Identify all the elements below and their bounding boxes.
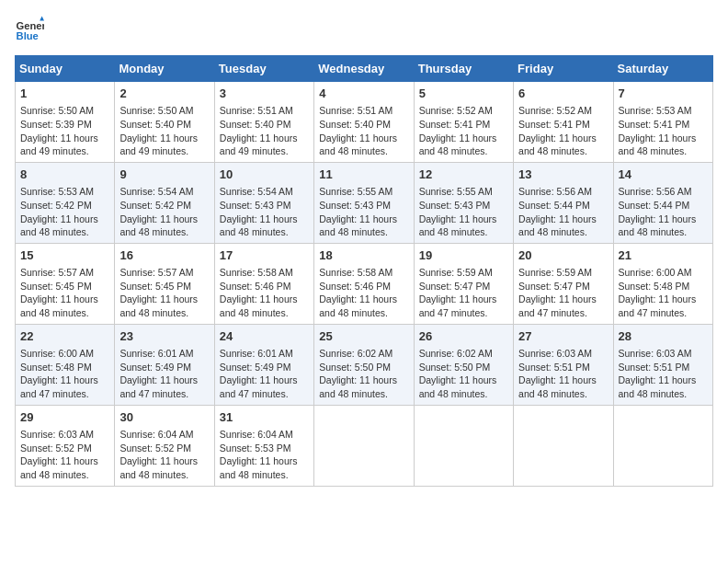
calendar-week-row: 1Sunrise: 5:50 AMSunset: 5:39 PMDaylight… [16,82,713,163]
calendar-cell: 20Sunrise: 5:59 AMSunset: 5:47 PMDayligh… [514,243,613,324]
day-info: and 48 minutes. [319,144,408,158]
day-info: Sunrise: 5:58 AM [220,266,309,280]
svg-text:Blue: Blue [17,30,39,41]
calendar-cell: 10Sunrise: 5:54 AMSunset: 5:43 PMDayligh… [214,162,313,243]
day-info: Sunrise: 6:01 AM [119,347,209,361]
day-info: Sunrise: 5:50 AM [119,104,209,118]
day-info: Sunrise: 5:56 AM [619,185,708,199]
calendar-cell: 31Sunrise: 6:04 AMSunset: 5:53 PMDayligh… [214,405,313,486]
calendar-cell: 16Sunrise: 5:57 AMSunset: 5:45 PMDayligh… [115,243,214,324]
calendar-cell: 3Sunrise: 5:51 AMSunset: 5:40 PMDaylight… [214,82,313,163]
day-header-thursday: Thursday [414,56,513,82]
day-info: and 47 minutes. [518,306,608,320]
day-info: Sunrise: 6:04 AM [119,428,209,442]
calendar-week-row: 29Sunrise: 6:03 AMSunset: 5:52 PMDayligh… [16,405,713,486]
calendar-cell: 1Sunrise: 5:50 AMSunset: 5:39 PMDaylight… [16,82,115,163]
calendar-week-row: 15Sunrise: 5:57 AMSunset: 5:45 PMDayligh… [16,243,713,324]
day-number: 24 [220,328,309,345]
calendar-cell: 7Sunrise: 5:53 AMSunset: 5:41 PMDaylight… [613,82,712,163]
day-info: Sunset: 5:46 PM [319,280,408,293]
day-info: Daylight: 11 hours [619,373,708,387]
day-info: Daylight: 11 hours [419,132,508,145]
day-info: Sunset: 5:45 PM [20,280,109,293]
day-info: Daylight: 11 hours [20,132,109,145]
calendar-cell: 28Sunrise: 6:03 AMSunset: 5:51 PMDayligh… [613,324,712,405]
day-info: and 48 minutes. [220,468,309,482]
day-info: Sunset: 5:43 PM [319,199,408,213]
day-number: 26 [419,328,508,345]
day-info: Sunset: 5:41 PM [419,118,508,132]
calendar-cell: 6Sunrise: 5:52 AMSunset: 5:41 PMDaylight… [514,82,613,163]
day-info: Sunrise: 5:57 AM [119,266,209,280]
day-info: Daylight: 11 hours [220,454,309,468]
day-info: Sunset: 5:41 PM [619,118,708,132]
calendar-cell: 30Sunrise: 6:04 AMSunset: 5:52 PMDayligh… [115,405,214,486]
day-number: 29 [20,409,109,426]
day-info: and 49 minutes. [119,144,209,158]
day-info: and 48 minutes. [619,387,708,401]
day-info: Sunset: 5:52 PM [20,442,109,455]
svg-marker-2 [40,17,44,21]
day-info: Daylight: 11 hours [419,213,508,226]
calendar-cell: 27Sunrise: 6:03 AMSunset: 5:51 PMDayligh… [514,324,613,405]
day-info: Sunrise: 5:51 AM [319,104,408,118]
day-number: 11 [319,167,408,183]
day-info: Daylight: 11 hours [220,213,309,226]
day-number: 5 [419,86,508,102]
day-info: Sunrise: 5:52 AM [518,104,608,118]
day-info: Sunset: 5:49 PM [119,361,209,374]
calendar-cell: 24Sunrise: 6:01 AMSunset: 5:49 PMDayligh… [214,324,313,405]
day-info: Daylight: 11 hours [518,293,608,306]
day-info: and 47 minutes. [119,387,209,401]
day-info: and 48 minutes. [319,387,408,401]
day-info: Daylight: 11 hours [119,213,209,226]
calendar-cell: 22Sunrise: 6:00 AMSunset: 5:48 PMDayligh… [16,324,115,405]
day-info: Daylight: 11 hours [319,293,408,306]
day-number: 3 [220,86,309,102]
day-info: Daylight: 11 hours [220,132,309,145]
day-info: Daylight: 11 hours [319,213,408,226]
day-info: Sunrise: 5:54 AM [119,185,209,199]
day-info: Sunrise: 5:57 AM [20,266,109,280]
day-info: Sunrise: 5:53 AM [20,185,109,199]
day-info: Daylight: 11 hours [220,373,309,387]
day-info: Sunrise: 6:03 AM [518,347,608,361]
day-info: Daylight: 11 hours [20,293,109,306]
day-info: Sunrise: 5:50 AM [20,104,109,118]
day-info: Daylight: 11 hours [119,373,209,387]
day-info: Sunset: 5:40 PM [119,118,209,132]
day-number: 27 [518,328,608,345]
day-info: Daylight: 11 hours [619,213,708,226]
calendar-table: SundayMondayTuesdayWednesdayThursdayFrid… [15,55,713,487]
day-info: Sunset: 5:47 PM [419,280,508,293]
day-info: Sunset: 5:42 PM [20,199,109,213]
calendar-cell: 19Sunrise: 5:59 AMSunset: 5:47 PMDayligh… [414,243,513,324]
day-info: Sunset: 5:43 PM [220,199,309,213]
calendar-cell [613,405,712,486]
day-info: Sunset: 5:40 PM [220,118,309,132]
day-number: 6 [518,86,608,102]
day-header-saturday: Saturday [613,56,712,82]
day-number: 25 [319,328,408,345]
day-info: Sunrise: 6:03 AM [20,428,109,442]
day-info: Sunset: 5:42 PM [119,199,209,213]
day-info: and 48 minutes. [419,387,508,401]
day-header-wednesday: Wednesday [314,56,414,82]
calendar-week-row: 22Sunrise: 6:00 AMSunset: 5:48 PMDayligh… [16,324,713,405]
day-header-tuesday: Tuesday [214,56,313,82]
day-info: Sunset: 5:51 PM [518,361,608,374]
calendar-header-row: SundayMondayTuesdayWednesdayThursdayFrid… [16,56,713,82]
day-info: Daylight: 11 hours [20,373,109,387]
day-info: Daylight: 11 hours [20,213,109,226]
day-info: Sunrise: 6:00 AM [619,266,708,280]
day-info: and 48 minutes. [319,225,408,239]
day-info: Sunrise: 5:54 AM [220,185,309,199]
day-info: Daylight: 11 hours [319,373,408,387]
day-info: Daylight: 11 hours [518,132,608,145]
calendar-cell: 21Sunrise: 6:00 AMSunset: 5:48 PMDayligh… [613,243,712,324]
day-info: Daylight: 11 hours [619,132,708,145]
day-info: Sunrise: 6:04 AM [220,428,309,442]
day-info: Sunset: 5:48 PM [20,361,109,374]
day-number: 10 [220,167,309,183]
day-info: Sunset: 5:49 PM [220,361,309,374]
